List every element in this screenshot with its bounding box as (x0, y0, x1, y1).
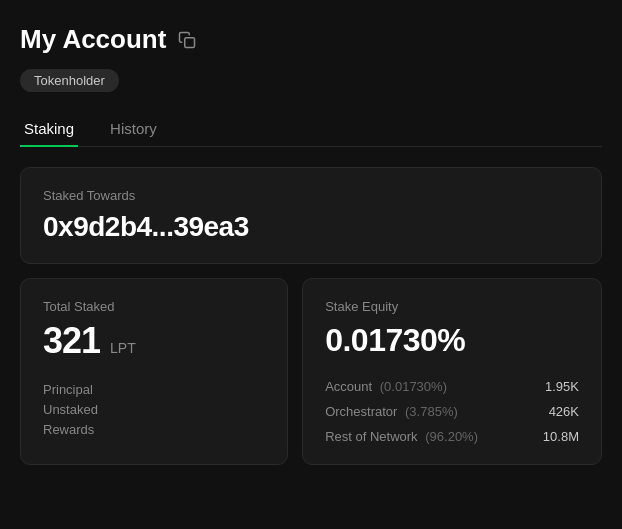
total-staked-value-row: 321 LPT (43, 320, 265, 362)
orchestrator-label: Orchestrator (3.785%) (325, 404, 458, 419)
orchestrator-value: 426K (549, 404, 579, 419)
tab-history[interactable]: History (106, 112, 161, 147)
bottom-cards: Total Staked 321 LPT Principal Unstaked … (20, 278, 602, 465)
stake-equity-card: Stake Equity 0.01730% Account (0.01730%)… (302, 278, 602, 465)
equity-breakdown: Account (0.01730%) 1.95K Orchestrator (3… (325, 379, 579, 444)
staked-towards-card: Staked Towards 0x9d2b4...39ea3 (20, 167, 602, 264)
rewards-label: Rewards (43, 422, 265, 437)
equity-row-rest: Rest of Network (96.20%) 10.8M (325, 429, 579, 444)
page-title: My Account (20, 24, 166, 55)
role-badge: Tokenholder (20, 69, 119, 92)
substats: Principal Unstaked Rewards (43, 382, 265, 437)
rest-of-network-label: Rest of Network (96.20%) (325, 429, 478, 444)
tab-staking[interactable]: Staking (20, 112, 78, 147)
account-label: Account (0.01730%) (325, 379, 447, 394)
lpt-unit-label: LPT (110, 340, 136, 356)
equity-row-account: Account (0.01730%) 1.95K (325, 379, 579, 394)
header-row: My Account (20, 24, 602, 55)
staked-address: 0x9d2b4...39ea3 (43, 211, 579, 243)
stake-equity-value: 0.01730% (325, 322, 579, 359)
copy-button[interactable] (176, 29, 198, 51)
principal-label: Principal (43, 382, 265, 397)
equity-row-orchestrator: Orchestrator (3.785%) 426K (325, 404, 579, 419)
total-staked-card: Total Staked 321 LPT Principal Unstaked … (20, 278, 288, 465)
total-staked-number: 321 (43, 320, 100, 362)
stake-equity-label: Stake Equity (325, 299, 579, 314)
staked-towards-label: Staked Towards (43, 188, 579, 203)
unstaked-label: Unstaked (43, 402, 265, 417)
account-value: 1.95K (545, 379, 579, 394)
total-staked-label: Total Staked (43, 299, 265, 314)
svg-rect-0 (185, 37, 195, 47)
rest-of-network-value: 10.8M (543, 429, 579, 444)
tabs-row: Staking History (20, 112, 602, 147)
